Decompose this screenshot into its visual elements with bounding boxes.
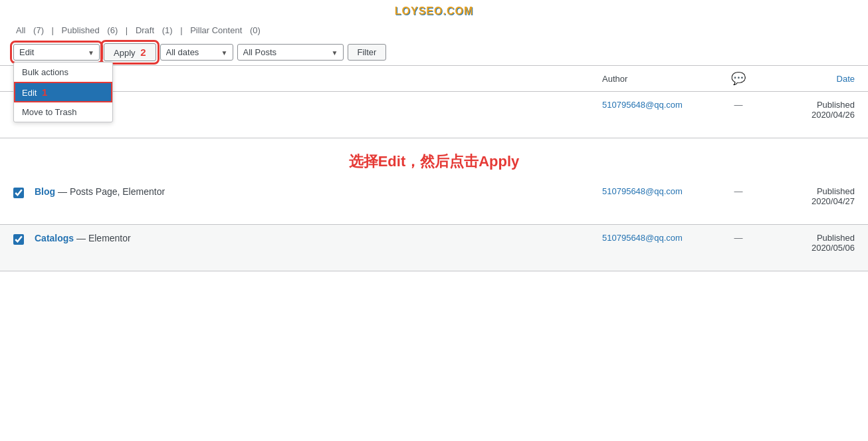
table-row: Catalogs — Elementor 510795648@qq.com — … (0, 225, 868, 271)
action-select-wrapper: Edit Bulk actions Move to Trash ▼ Bulk a… (13, 44, 100, 61)
post-title-link-3[interactable]: Catalogs (35, 233, 74, 243)
row-date-1: Published 2020/04/26 (755, 100, 855, 120)
row-status-2: Published (755, 186, 855, 196)
row-title-3: Catalogs — Elementor (35, 233, 602, 243)
filter-published[interactable]: Published (6) (59, 25, 123, 35)
row-status-1: Published (755, 100, 855, 110)
page-wrapper: LOYSEO.COM All (7) | Published (6) | Dra… (0, 0, 868, 441)
row-date-2: Published 2020/04/27 (755, 186, 855, 206)
row-author-2[interactable]: 510795648@qq.com (602, 186, 722, 196)
date-select[interactable]: All dates (160, 44, 233, 61)
row-status-3: Published (755, 233, 855, 243)
row-author-3[interactable]: 510795648@qq.com (602, 233, 722, 243)
checkbox-2[interactable] (13, 188, 24, 198)
header-author-col: Author (602, 74, 722, 84)
post-title-link-2[interactable]: Blog (35, 186, 55, 197)
filter-draft[interactable]: Draft (1) (133, 25, 177, 35)
table-header: Author 💬 Date (0, 65, 868, 92)
filter-button[interactable]: Filter (348, 44, 387, 61)
site-banner: LOYSEO.COM (0, 0, 868, 20)
post-title-suffix-2: — Posts Page, Elementor (58, 186, 165, 197)
dropdown-bulk-actions[interactable]: Bulk actions (14, 63, 112, 82)
step2-badge: 2 (140, 47, 146, 58)
row-date-3: Published 2020/05/06 (755, 233, 855, 253)
row-title-2: Blog — Posts Page, Elementor (35, 186, 602, 197)
toolbar: Edit Bulk actions Move to Trash ▼ Bulk a… (0, 39, 868, 65)
filter-all[interactable]: All (7) (13, 25, 49, 35)
posts-select[interactable]: All Posts (237, 44, 344, 61)
checkbox-3[interactable] (13, 234, 24, 245)
post-title-suffix-3: — Elementor (76, 233, 131, 243)
filter-pillar[interactable]: Pillar Content (0) (187, 25, 263, 35)
annotation-text: 选择Edit，然后点击Apply (0, 138, 868, 178)
dropdown-menu: Bulk actions Edit 1 Move to Trash (13, 62, 113, 122)
row-dateval-1: 2020/04/26 (755, 110, 855, 120)
row-comments-2: — (722, 186, 755, 196)
row-checkbox-3[interactable] (13, 234, 29, 247)
row-dateval-3: 2020/05/06 (755, 243, 855, 253)
row-comments-3: — (722, 233, 755, 243)
header-comments-col: 💬 (722, 71, 755, 86)
posts-select-wrapper: All Posts ▼ (237, 44, 344, 61)
date-select-wrapper: All dates ▼ (160, 44, 233, 61)
action-select[interactable]: Edit Bulk actions Move to Trash (13, 44, 100, 61)
comment-icon: 💬 (731, 72, 746, 85)
apply-button[interactable]: Apply 2 (104, 43, 156, 61)
table-row: Blog — Posts Page, Elementor 510795648@q… (0, 178, 868, 225)
filter-links: All (7) | Published (6) | Draft (1) | Pi… (0, 20, 868, 39)
row-title-1: Elementor (35, 100, 602, 110)
row-comments-1: — (722, 100, 755, 110)
step1-badge: 1 (42, 86, 47, 98)
row-dateval-2: 2020/04/27 (755, 196, 855, 206)
dropdown-move-to-trash[interactable]: Move to Trash (14, 102, 112, 122)
row-author-1[interactable]: 510795648@qq.com (602, 100, 722, 110)
dropdown-edit[interactable]: Edit 1 (14, 82, 112, 102)
table-row: Elementor 510795648@qq.com — Published 2… (0, 92, 868, 138)
row-checkbox-2[interactable] (13, 188, 29, 200)
header-date-col: Date (755, 74, 855, 84)
